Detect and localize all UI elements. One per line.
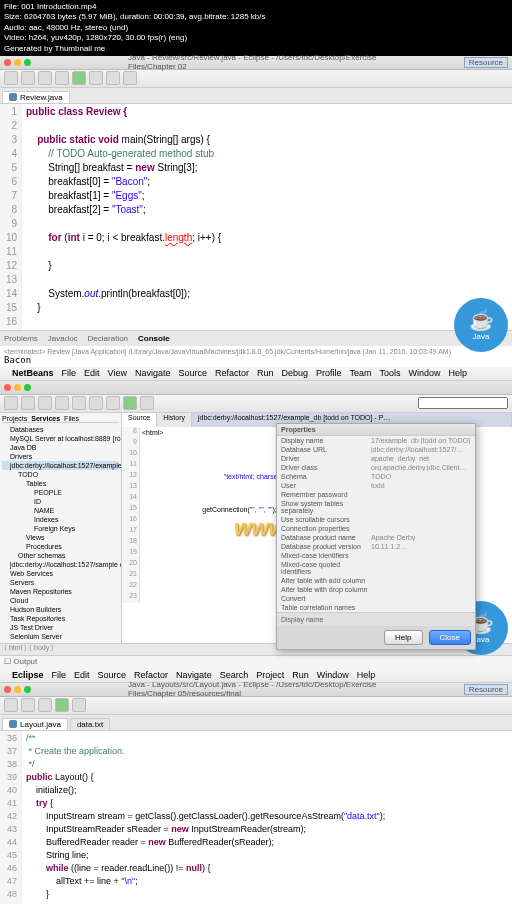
close-icon[interactable] (4, 59, 11, 66)
menu-view[interactable]: View (108, 368, 127, 378)
search-input[interactable] (418, 397, 508, 409)
tab-services[interactable]: Services (31, 415, 60, 422)
menu-refactor[interactable]: Refactor (215, 368, 249, 378)
tree-item[interactable]: Hudson Builders (2, 605, 119, 614)
zoom-icon[interactable] (24, 59, 31, 66)
menu-file[interactable]: File (52, 670, 67, 680)
tree-item[interactable]: PEOPLE (2, 488, 119, 497)
services-panel[interactable]: Projects Services Files DatabasesMySQL S… (0, 413, 122, 643)
property-row[interactable]: Database URLjdbc:derby://localhost:1527/… (277, 445, 475, 454)
search-button[interactable] (123, 71, 137, 85)
debug-button[interactable] (140, 396, 154, 410)
class-button[interactable] (106, 71, 120, 85)
tree-item[interactable]: Selenium Server (2, 632, 119, 641)
new-file-button[interactable] (4, 396, 18, 410)
tab-projects[interactable]: Projects (2, 415, 27, 422)
menu-profile[interactable]: Profile (316, 368, 342, 378)
menu-eclipse[interactable]: Eclipse (12, 670, 44, 680)
menu-edit[interactable]: Edit (74, 670, 90, 680)
property-row[interactable]: Connection properties (277, 524, 475, 533)
tree-item[interactable]: Foreign Keys (2, 524, 119, 533)
menu-navigate[interactable]: Navigate (135, 368, 171, 378)
property-row[interactable]: Remember password (277, 490, 475, 499)
help-button[interactable]: Help (384, 630, 422, 645)
menu-tools[interactable]: Tools (380, 368, 401, 378)
close-button[interactable]: Close (429, 630, 471, 645)
tree-item[interactable]: Views (2, 533, 119, 542)
property-row[interactable]: Alter table with drop column (277, 585, 475, 594)
tree-item[interactable]: Databases (2, 425, 119, 434)
tree-item[interactable]: jdbc:derby://localhost:1527/example (2, 461, 119, 470)
property-row[interactable]: Driver classorg.apache.derby.jdbc.Client… (277, 463, 475, 472)
run-button[interactable] (123, 396, 137, 410)
tree-item[interactable]: Task Repositories (2, 614, 119, 623)
run-button[interactable] (72, 71, 86, 85)
save-button[interactable] (21, 71, 35, 85)
save-all-button[interactable] (55, 396, 69, 410)
tab-problems[interactable]: Problems (4, 334, 38, 343)
close-icon[interactable] (4, 686, 11, 693)
run-button[interactable] (55, 698, 69, 712)
titlebar[interactable] (0, 381, 512, 395)
tab-declaration[interactable]: Declaration (88, 334, 128, 343)
tree-item[interactable]: Java DB (2, 443, 119, 452)
tree-item[interactable]: Procedures (2, 542, 119, 551)
tree-item[interactable]: Cloud (2, 596, 119, 605)
menu-help[interactable]: Help (449, 368, 468, 378)
new-button[interactable] (4, 698, 18, 712)
build-button[interactable] (106, 396, 120, 410)
tree-item[interactable]: Other schemas (2, 551, 119, 560)
menu-refactor[interactable]: Refactor (134, 670, 168, 680)
tab-files[interactable]: Files (64, 415, 79, 422)
tab-data-txt[interactable]: data.txt (70, 718, 110, 730)
perspective-badge[interactable]: Resource (464, 57, 508, 68)
redo-button[interactable] (89, 396, 103, 410)
new-button[interactable] (4, 71, 18, 85)
tree-item[interactable]: MySQL Server at localhost:8889 [root] (2, 434, 119, 443)
new-project-button[interactable] (21, 396, 35, 410)
tree-item[interactable]: JS Test Driver (2, 623, 119, 632)
property-row[interactable]: Database product nameApache Derby (277, 533, 475, 542)
property-row[interactable]: Convert (277, 594, 475, 603)
save-all-button[interactable] (38, 71, 52, 85)
tab-review-java[interactable]: Review.java (2, 91, 70, 103)
tab-javadoc[interactable]: Javadoc (48, 334, 78, 343)
undo-button[interactable] (72, 396, 86, 410)
menu-navigate[interactable]: Navigate (176, 670, 212, 680)
traffic-lights[interactable] (0, 686, 35, 693)
output-panel[interactable]: ☐ Output (0, 655, 512, 669)
property-row[interactable]: Mixed-case quoted identifiers (277, 560, 475, 576)
code-area[interactable]: public class Review { public static void… (22, 104, 512, 330)
menu-team[interactable]: Team (350, 368, 372, 378)
property-row[interactable]: Display name17/example_db [todd on TODO] (277, 436, 475, 445)
perspective-badge[interactable]: Resource (464, 684, 508, 695)
code-editor[interactable]: 3637383940414243444546474849505152 /** *… (0, 731, 512, 904)
debug-button[interactable] (55, 71, 69, 85)
menu-file[interactable]: File (62, 368, 77, 378)
traffic-lights[interactable] (0, 59, 35, 66)
menu-edit[interactable]: Edit (84, 368, 100, 378)
tree-item[interactable]: Servers (2, 578, 119, 587)
menu-netbeans[interactable]: NetBeans (12, 368, 54, 378)
console[interactable]: <terminated> Review [Java Application] /… (0, 346, 512, 367)
tree-item[interactable]: Web Services (2, 569, 119, 578)
menu-search[interactable]: Search (220, 670, 249, 680)
tree-item[interactable]: Tables (2, 479, 119, 488)
tree-item[interactable]: Maven Repositories (2, 587, 119, 596)
debug-button[interactable] (38, 698, 52, 712)
property-row[interactable]: Usertodd (277, 481, 475, 490)
minimize-icon[interactable] (14, 384, 21, 391)
property-row[interactable]: Database product version10.11.1.2… (277, 542, 475, 551)
zoom-icon[interactable] (24, 384, 31, 391)
minimize-icon[interactable] (14, 686, 21, 693)
property-row[interactable]: SchemaTODO (277, 472, 475, 481)
nb-editor[interactable]: Source History jdbc:derby://localhost:15… (122, 413, 512, 643)
macos-menubar[interactable]: NetBeansFileEditViewNavigateSourceRefact… (0, 367, 512, 381)
close-icon[interactable] (4, 384, 11, 391)
tab-layout-java[interactable]: Layout.java (2, 718, 68, 730)
property-row[interactable]: Alter table with add column (277, 576, 475, 585)
tree-item[interactable]: NAME (2, 506, 119, 515)
zoom-icon[interactable] (24, 686, 31, 693)
tree-item[interactable]: TODO (2, 470, 119, 479)
properties-dialog[interactable]: Properties Display name17/example_db [to… (276, 423, 476, 650)
